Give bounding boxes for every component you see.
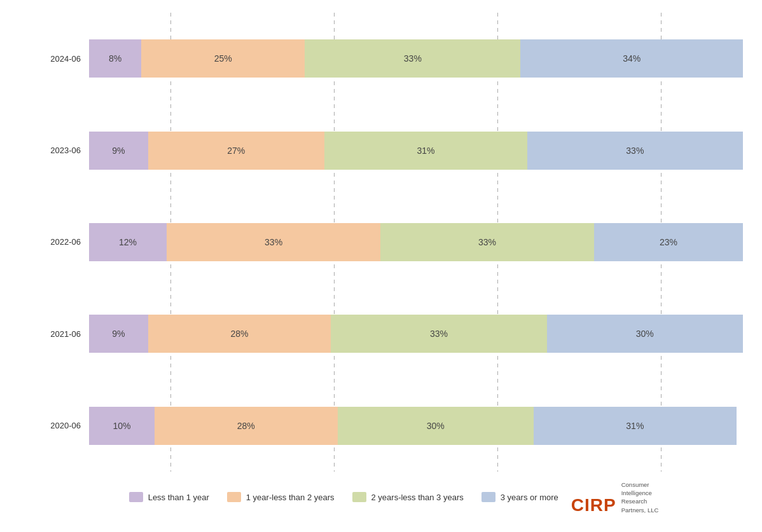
legend-color-box [227,492,241,502]
legend-color-box [481,492,495,502]
bar-segment: 31% [324,132,527,170]
chart-row: 2023-069%27%31%33% [89,132,743,170]
bar-segment: 31% [534,407,737,445]
legend-items: Less than 1 year1 year-less than 2 years… [129,492,558,502]
bar-segment: 23% [594,223,743,261]
legend-label: 2 years-less than 3 years [371,493,464,502]
legend-item: 1 year-less than 2 years [227,492,335,502]
bar-segment: 8% [89,39,141,78]
bar-segment: 25% [141,39,305,78]
bar-segment: 33% [527,132,743,170]
bar-wrapper: 9%28%33%30% [89,315,743,353]
bar-segment: 27% [148,132,325,170]
cirp-logo: CIRP Consumer Intelligence Research Part… [571,481,659,514]
bar-segment: 33% [380,223,594,261]
chart-row: 2020-0610%28%30%31% [89,407,743,445]
bar-segment: 9% [89,315,148,353]
row-label: 2024-06 [45,54,86,64]
legend-color-box [352,492,366,502]
bar-segment: 28% [155,407,338,445]
cirp-brand: CIRP [571,496,616,514]
legend-label: 1 year-less than 2 years [246,493,335,502]
row-label: 2021-06 [45,329,86,339]
chart-container: 2024-068%25%33%34%2023-069%27%31%33%2022… [45,13,743,519]
legend-item: Less than 1 year [129,492,209,502]
bar-segment: 30% [547,315,743,353]
bar-segment: 34% [520,39,743,78]
legend-item: 3 years or more [481,492,558,502]
bar-wrapper: 10%28%30%31% [89,407,743,445]
cirp-subtitle: Consumer Intelligence Research Partners,… [621,481,659,514]
legend-item: 2 years-less than 3 years [352,492,464,502]
bar-segment: 30% [338,407,534,445]
bar-segment: 33% [331,315,546,353]
chart-row: 2024-068%25%33%34% [89,39,743,78]
row-label: 2022-06 [45,237,86,247]
chart-row: 2021-069%28%33%30% [89,315,743,353]
bar-wrapper: 12%33%33%23% [89,223,743,261]
bar-segment: 9% [89,132,148,170]
legend-color-box [129,492,143,502]
bar-segment: 28% [148,315,331,353]
legend-and-logo: Less than 1 year1 year-less than 2 years… [45,472,743,519]
bar-segment: 10% [89,407,155,445]
bar-segment: 33% [167,223,380,261]
bar-wrapper: 8%25%33%34% [89,39,743,78]
row-label: 2023-06 [45,146,86,155]
legend-label: Less than 1 year [148,493,209,502]
bar-segment: 12% [89,223,167,261]
bar-wrapper: 9%27%31%33% [89,132,743,170]
chart-area: 2024-068%25%33%34%2023-069%27%31%33%2022… [45,13,743,472]
legend-label: 3 years or more [501,493,558,502]
row-label: 2020-06 [45,421,86,430]
bar-segment: 33% [305,39,520,78]
chart-row: 2022-0612%33%33%23% [89,223,743,261]
